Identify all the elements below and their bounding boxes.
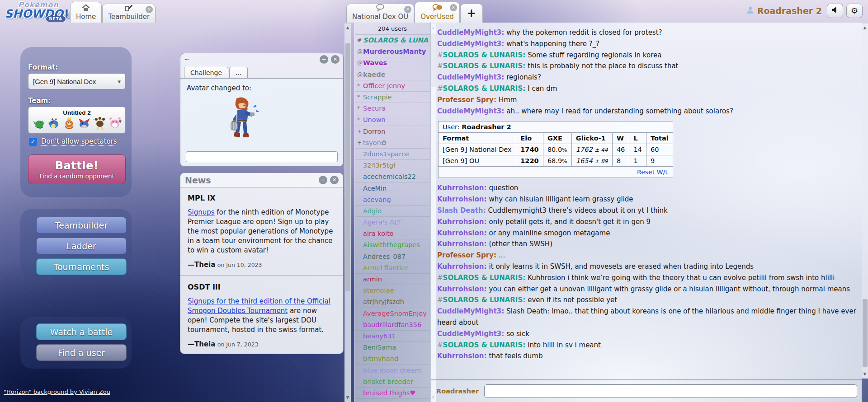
minimize-icon[interactable]: −: [320, 55, 328, 64]
chat-username[interactable]: SOLAROS & LUNARIS:: [443, 341, 526, 349]
reset-wl-link[interactable]: Reset W/L: [637, 168, 669, 176]
scroll-up-icon[interactable]: ▲: [344, 24, 351, 31]
home-scrollbar[interactable]: ▲ ▼: [344, 23, 351, 402]
user-row[interactable]: Agera's ALT: [355, 217, 430, 228]
chat-username[interactable]: SOLAROS & LUNARIS:: [443, 62, 526, 70]
chat-username[interactable]: Kuhrrohsion:: [437, 352, 487, 360]
user-row[interactable]: beany631: [355, 331, 430, 342]
tab-teambuilder[interactable]: ✕ Teambuilder: [102, 4, 156, 23]
find-user-button[interactable]: Find a user: [36, 344, 127, 361]
chat-username[interactable]: Kuhrrohsion:: [437, 262, 487, 271]
chat-username[interactable]: Kuhrrohsion:: [437, 218, 487, 226]
article-link[interactable]: Signups: [188, 208, 215, 216]
teambuilder-button[interactable]: Teambuilder: [36, 217, 127, 234]
scrollbar-thumb[interactable]: [863, 299, 868, 367]
checkbox-checked-icon[interactable]: ✓: [29, 138, 37, 146]
chat-username[interactable]: CuddleMyMight3:: [437, 107, 504, 115]
scroll-up-icon[interactable]: ▲: [862, 24, 868, 31]
minimize-icon[interactable]: −: [319, 176, 327, 184]
sound-button[interactable]: [827, 4, 843, 18]
user-row[interactable]: * Unown: [355, 114, 430, 126]
col-glicko: Glicko-1: [571, 133, 612, 144]
chat-scrollbar[interactable]: ▲ ▼: [862, 23, 868, 379]
user-row[interactable]: + tsyon✿: [355, 137, 430, 149]
user-row[interactable]: # SOLAROS & LUNARIS: [355, 35, 430, 46]
user-row[interactable]: atemoiae: [355, 285, 430, 296]
chat-username[interactable]: SOLAROS & LUNARIS:: [443, 51, 526, 59]
chat-username[interactable]: SOLAROS & LUNARIS:: [443, 274, 526, 282]
tab-home[interactable]: Home: [70, 2, 102, 23]
chat-username[interactable]: Kuhrrohsion:: [437, 229, 487, 237]
user-row[interactable]: brisket breeder: [355, 376, 430, 388]
user-row[interactable]: AceMin: [355, 182, 430, 194]
battle-button[interactable]: Battle! Find a random opponent: [28, 154, 126, 184]
chat-username[interactable]: SOLAROS & LUNARIS:: [443, 84, 526, 93]
user-row[interactable]: + Dorron: [355, 126, 430, 137]
close-icon[interactable]: ✕: [146, 6, 153, 13]
chat-username[interactable]: SOLAROS & LUNARIS:: [443, 296, 526, 304]
tab-room-overused[interactable]: ✕ OverUsed: [415, 2, 460, 23]
private-message-input[interactable]: [186, 151, 338, 162]
chat-username[interactable]: CuddleMyMight3:: [437, 73, 504, 81]
chat-username[interactable]: CuddleMyMight3:: [437, 307, 504, 315]
user-row[interactable]: Armel flantier: [355, 262, 430, 274]
background-credit: "Horizon" background by Vivian Zou: [4, 388, 110, 395]
close-icon[interactable]: ✕: [330, 176, 339, 184]
watch-battle-button[interactable]: Watch a battle: [36, 323, 127, 340]
format-select[interactable]: [Gen 9] National Dex ▾: [28, 73, 126, 89]
user-row[interactable]: armin: [355, 274, 430, 285]
spectators-checkbox-row[interactable]: ✓ Don't allow spectators: [29, 137, 117, 146]
chat-username[interactable]: Kuhrrohsion:: [437, 240, 487, 248]
close-icon[interactable]: ✕: [331, 55, 340, 64]
user-row[interactable]: 2duns1sparce: [355, 149, 430, 160]
user-row[interactable]: acevang: [355, 194, 430, 206]
challenge-tab[interactable]: Challenge: [184, 67, 228, 78]
user-row[interactable]: blue moon dream: [355, 365, 430, 376]
chat-username[interactable]: Professor Spry:: [437, 96, 496, 104]
scrollbar-thumb[interactable]: [345, 43, 350, 291]
close-icon[interactable]: ✕: [450, 4, 457, 11]
chat-username[interactable]: Slash Death:: [437, 206, 486, 215]
chat-username[interactable]: Kuhrrohsion:: [437, 184, 487, 192]
chat-username[interactable]: CuddleMyMight3:: [437, 40, 504, 48]
user-row[interactable]: * Officer Jenny: [355, 80, 430, 92]
ladder-button[interactable]: Ladder: [36, 238, 127, 254]
user-row[interactable]: bruised thighs♥: [355, 388, 430, 399]
user-row[interactable]: bitmyhand: [355, 353, 430, 365]
user-row[interactable]: BeniSama: [355, 342, 430, 353]
chat-username[interactable]: CuddleMyMight3:: [437, 330, 504, 338]
close-icon[interactable]: ✕: [404, 6, 411, 13]
chat-username[interactable]: Professor Spry:: [437, 251, 496, 259]
chat-text: question: [489, 184, 519, 192]
chat-message-input[interactable]: [484, 384, 857, 398]
chat-username[interactable]: CuddleMyMight3:: [437, 28, 504, 37]
user-row[interactable]: * Scrappie: [355, 92, 430, 103]
chat-username[interactable]: Kuhrrohsion:: [437, 285, 487, 293]
user-row[interactable]: @ kaede: [355, 69, 430, 80]
chat-username[interactable]: Kuhrrohsion:: [437, 195, 487, 203]
chat-message: #SOLAROS & LUNARIS:even if its not possi…: [437, 294, 859, 306]
user-row[interactable]: @ MurderousManty: [355, 46, 430, 57]
background-credit-link[interactable]: "Horizon" background by Vivian Zou: [4, 388, 110, 395]
user-row[interactable]: 3243r5tgf: [355, 160, 430, 171]
tab-room-national-dex-ou[interactable]: ✕ National Dex OU: [346, 4, 414, 23]
chat-message: #SOLAROS & LUNARIS:this is probably not …: [437, 61, 859, 72]
user-row[interactable]: @ Waves: [355, 57, 430, 69]
current-username[interactable]: Roadrasher 2: [757, 6, 822, 16]
user-row[interactable]: aira koito: [355, 228, 430, 239]
scroll-down-icon[interactable]: ▼: [862, 371, 868, 378]
team-select[interactable]: Untitled 2 ▾: [28, 107, 126, 134]
user-row[interactable]: Aiswiththegrapes: [355, 239, 430, 251]
user-row[interactable]: AverageSnomEnjoy: [355, 308, 430, 319]
user-row[interactable]: acechemicals22: [355, 171, 430, 182]
add-room-button[interactable]: +: [460, 4, 483, 23]
user-row[interactable]: Andrees_087: [355, 251, 430, 262]
user-row[interactable]: Adgio: [355, 206, 430, 217]
user-row[interactable]: * Secura: [355, 103, 430, 114]
tournaments-button[interactable]: Tournaments: [36, 258, 127, 275]
user-row[interactable]: baudrillardfan356: [355, 319, 430, 331]
more-options-tab[interactable]: ...: [229, 67, 248, 78]
scroll-down-icon[interactable]: ▼: [344, 394, 351, 401]
settings-button[interactable]: ⚙: [846, 4, 863, 18]
user-row[interactable]: atrjhryjfszdh: [355, 296, 430, 308]
